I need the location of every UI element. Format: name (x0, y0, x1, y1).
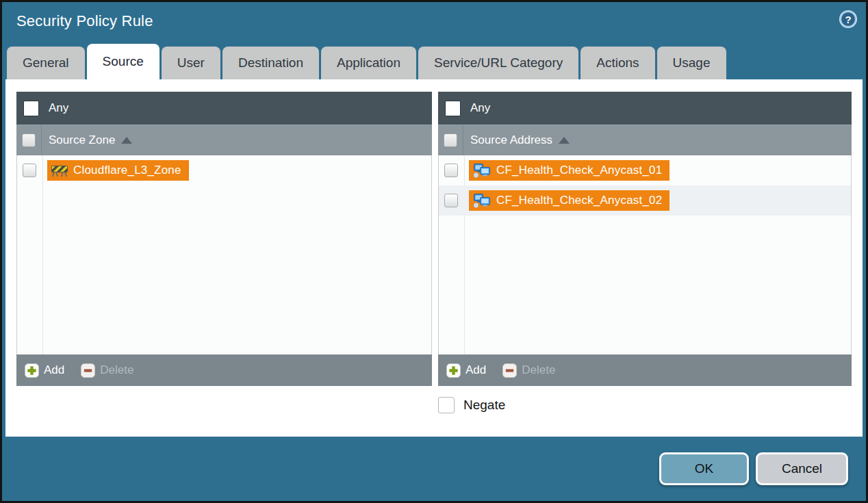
source-address-item-label: CF_Health_Check_Anycast_02 (496, 194, 662, 207)
add-button-label: Add (465, 363, 486, 377)
select-all-cell (438, 125, 463, 155)
source-address-item[interactable]: CF_Health_Check_Anycast_02 (469, 190, 669, 211)
table-row: CF_Health_Check_Anycast_01 (439, 155, 851, 185)
source-address-row-checkbox[interactable] (444, 164, 458, 177)
source-zone-any-header: Any (16, 92, 432, 125)
tab-general[interactable]: General (7, 47, 85, 79)
add-source-zone-button[interactable]: Add (25, 363, 64, 378)
source-zone-panel: Any Source Zone (16, 92, 432, 386)
help-icon[interactable]: ? (839, 10, 858, 29)
source-zone-select-all-checkbox[interactable] (22, 133, 36, 147)
tab-actions[interactable]: Actions (580, 47, 654, 79)
source-address-any-checkbox[interactable] (445, 101, 461, 116)
source-zone-column-header[interactable]: Source Zone (16, 125, 432, 155)
ok-button[interactable]: OK (659, 452, 749, 485)
select-all-cell (16, 125, 42, 155)
source-address-list: CF_Health_Check_Anycast_01 (438, 155, 852, 354)
source-tab-content: Any Source Zone (5, 79, 863, 437)
delete-button-label: Delete (522, 363, 555, 377)
tab-application[interactable]: Application (321, 47, 416, 79)
source-zone-item-label: Cloudflare_L3_Zone (73, 164, 181, 177)
source-address-toolbar: Add Delete (438, 354, 852, 386)
address-icon (473, 193, 491, 208)
source-address-column-label: Source Address (470, 133, 552, 147)
source-zone-any-label: Any (49, 101, 68, 115)
source-zone-item[interactable]: Cloudflare_L3_Zone (47, 160, 189, 181)
sort-ascending-icon (559, 137, 570, 144)
delete-button-label: Delete (100, 363, 133, 377)
source-address-any-header: Any (438, 92, 852, 125)
zone-icon (51, 164, 68, 177)
source-address-item[interactable]: CF_Health_Check_Anycast_01 (469, 160, 669, 181)
negate-label: Negate (463, 398, 505, 413)
delete-source-address-button[interactable]: Delete (502, 363, 555, 378)
question-mark-glyph: ? (845, 14, 851, 25)
address-icon (473, 163, 491, 178)
tab-destination[interactable]: Destination (222, 47, 319, 79)
source-zone-row-checkbox[interactable] (23, 164, 36, 177)
source-zone-any-checkbox[interactable] (23, 101, 39, 116)
table-row: Cloudflare_L3_Zone (17, 155, 431, 185)
security-policy-rule-dialog: Security Policy Rule ? General Source Us… (0, 0, 868, 503)
negate-checkbox[interactable] (438, 397, 455, 413)
source-zone-list: Cloudflare_L3_Zone (16, 155, 432, 354)
dialog-title: Security Policy Rule (16, 12, 153, 30)
source-address-any-label: Any (470, 101, 490, 115)
table-row: CF_Health_Check_Anycast_02 (439, 185, 851, 216)
source-address-item-label: CF_Health_Check_Anycast_01 (496, 164, 662, 177)
add-icon (25, 363, 39, 378)
tab-service-url-category[interactable]: Service/URL Category (418, 47, 578, 79)
cancel-button[interactable]: Cancel (756, 452, 848, 485)
delete-icon (81, 363, 95, 378)
delete-icon (502, 363, 517, 378)
source-address-select-all-checkbox[interactable] (444, 133, 457, 147)
source-address-column-header[interactable]: Source Address (438, 125, 852, 155)
source-zone-toolbar: Add Delete (16, 354, 432, 386)
add-source-address-button[interactable]: Add (446, 363, 486, 378)
add-button-label: Add (44, 363, 64, 377)
source-address-panel: Any Source Address (438, 92, 852, 386)
source-zone-column-label: Source Zone (49, 133, 115, 147)
tab-bar: General Source User Destination Applicat… (7, 44, 728, 79)
sort-ascending-icon (121, 137, 132, 144)
source-address-row-checkbox[interactable] (444, 194, 458, 207)
tab-usage[interactable]: Usage (657, 47, 726, 79)
tab-source[interactable]: Source (87, 44, 159, 79)
tab-user[interactable]: User (162, 47, 220, 79)
delete-source-zone-button[interactable]: Delete (81, 363, 133, 378)
negate-option: Negate (438, 397, 505, 413)
add-icon (446, 363, 461, 378)
